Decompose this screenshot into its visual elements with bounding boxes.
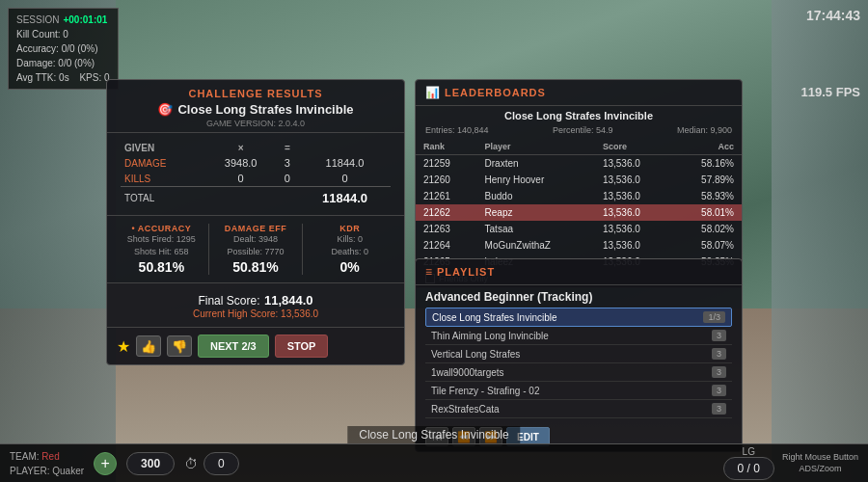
stop-button[interactable]: STOP <box>275 335 329 358</box>
game-version: GAME VERSION: 2.0.4.0 <box>117 119 394 128</box>
team-info: TEAM: Red <box>10 449 84 464</box>
playlist-item[interactable]: 1wall9000targets 3 <box>425 363 732 382</box>
ammo-section: LG 0 / 0 <box>723 446 774 480</box>
challenge-header: CHALLENGE RESULTS 🎯 Close Long Strafes I… <box>107 80 404 133</box>
team-name: Red <box>41 451 59 462</box>
damage-possible-label: Possible: 7770 <box>215 246 297 258</box>
playlist-panel: ≡ PLAYLIST Advanced Beginner (Tracking) … <box>415 258 743 452</box>
given-section: GIVEN × = DAMAGE 3948.0 3 11844.0 KILLS … <box>107 133 404 216</box>
thumb-down-button[interactable]: 👎 <box>167 335 192 357</box>
lb-percentile: Percentile: 54.9 <box>553 125 613 135</box>
accuracy-value: 50.81% <box>121 259 203 275</box>
final-score-value: 11,844.0 <box>264 293 313 308</box>
final-score-section: Final Score: 11,844.0 Current High Score… <box>107 283 404 328</box>
lb-col-header: Acc <box>672 139 742 155</box>
lb-header: 📊 LEADERBOARDS <box>416 80 742 106</box>
team-player-info: TEAM: Red PLAYER: Quaker <box>10 449 84 478</box>
add-button[interactable]: + <box>94 452 117 475</box>
controls-row: ★ 👍 👎 NEXT 2/3 STOP <box>107 328 404 364</box>
lb-entries: Entries: 140,844 <box>425 125 489 135</box>
lb-table: RankPlayerScoreAcc 21259 Draxten 13,536.… <box>416 139 742 270</box>
lb-challenge-name: Close Long Strafes Invincible <box>416 106 742 123</box>
lb-row[interactable]: 21262 Reapz 13,536.0 58.01% <box>416 204 742 221</box>
final-score-label: Final Score: <box>198 294 259 308</box>
lb-row[interactable]: 21264 MoGunZwithaZ 13,536.0 58.07% <box>416 237 742 254</box>
kdr-value: 0% <box>309 259 391 275</box>
player-name: Quaker <box>52 466 84 476</box>
lb-col-header: Score <box>595 139 672 155</box>
bg-wall-left <box>0 0 116 482</box>
current-high: Current High Score: 13,536.0 <box>121 308 391 319</box>
kdr-block: KDR Kills: 0 Deaths: 0 0% <box>303 224 396 275</box>
timer-icon: ⏱ <box>184 456 198 471</box>
lb-row[interactable]: 21260 Henry Hoover 13,536.0 57.89% <box>416 172 742 188</box>
timer-value: 0 <box>203 452 239 475</box>
playlist-item[interactable]: Tile Frenzy - Strafing - 02 3 <box>425 382 732 400</box>
challenge-name: Close Long Strafes Invincible <box>177 102 353 117</box>
deaths-label: Deaths: 0 <box>309 246 391 258</box>
bottom-title: Close Long Strafes Invincible <box>347 426 520 443</box>
challenge-name-row: 🎯 Close Long Strafes Invincible <box>117 102 394 117</box>
leaderboard-panel: 📊 LEADERBOARDS Close Long Strafes Invinc… <box>415 79 743 288</box>
playlist-item[interactable]: RexStrafesCata 3 <box>425 400 732 418</box>
given-table: GIVEN × = DAMAGE 3948.0 3 11844.0 KILLS … <box>121 141 391 207</box>
target-icon: 🎯 <box>157 102 173 117</box>
pl-header: ≡ PLAYLIST <box>416 259 742 285</box>
lb-col-header: Rank <box>416 139 477 155</box>
kdr-label: KDR <box>309 224 391 233</box>
col-mult: × <box>206 141 276 155</box>
lb-row[interactable]: 21261 Buddo 13,536.0 58.93% <box>416 188 742 204</box>
accuracy-block: • ACCURACY Shots Fired: 1295 Shots Hit: … <box>115 224 209 275</box>
timer-display: ⏱ 0 <box>184 452 239 475</box>
leaderboard-icon: 📊 <box>425 86 440 99</box>
playlist-name: Advanced Beginner (Tracking) <box>416 285 742 308</box>
pl-title: PLAYLIST <box>437 266 495 278</box>
shots-fired-label: Shots Fired: 1295 <box>121 233 203 246</box>
kills-label: Kills: 0 <box>309 233 391 246</box>
playlist-list: Close Long Strafes Invincible 1/3 Thin A… <box>416 308 742 418</box>
shots-hit-label: Shots Hit: 658 <box>121 246 203 258</box>
damage-eff-value: 50.81% <box>215 259 297 275</box>
accuracy-label: • ACCURACY <box>121 224 203 233</box>
total-row: TOTAL 11844.0 <box>121 187 391 208</box>
next-button[interactable]: NEXT 2/3 <box>198 335 269 358</box>
score-display: 300 <box>126 452 175 475</box>
col-eq: = <box>276 141 299 155</box>
stats-row: • ACCURACY Shots Fired: 1295 Shots Hit: … <box>107 216 404 283</box>
challenge-panel: CHALLENGE RESULTS 🎯 Close Long Strafes I… <box>106 79 405 365</box>
bg-wall-right <box>772 0 868 482</box>
damage-eff-block: DAMAGE EFF Dealt: 3948 Possible: 7770 50… <box>209 224 304 275</box>
lb-col-header: Player <box>477 139 595 155</box>
lb-meta: Entries: 140,844 Percentile: 54.9 Median… <box>416 123 742 139</box>
playlist-item[interactable]: Vertical Long Strafes 3 <box>425 345 732 363</box>
lb-row[interactable]: 21263 Tatsaa 13,536.0 58.02% <box>416 221 742 237</box>
lb-row[interactable]: 21259 Draxten 13,536.0 58.16% <box>416 155 742 173</box>
given-row: DAMAGE 3948.0 3 11844.0 <box>121 155 391 171</box>
damage-eff-label: DAMAGE EFF <box>215 224 297 233</box>
given-row: KILLS 0 0 0 <box>121 171 391 187</box>
bottom-bar: TEAM: Red PLAYER: Quaker + 300 ⏱ 0 LG 0 … <box>0 443 868 482</box>
playlist-item[interactable]: Close Long Strafes Invincible 1/3 <box>425 308 732 327</box>
lb-median: Median: 9,900 <box>677 125 732 135</box>
col-given: GIVEN <box>121 141 206 155</box>
thumb-up-button[interactable]: 👍 <box>136 335 161 357</box>
right-mouse-hint: Right Mouse Button ADS/Zoom <box>782 452 858 474</box>
playlist-item[interactable]: Thin Aiming Long Invincible 3 <box>425 327 732 345</box>
lb-title: LEADERBOARDS <box>445 87 546 98</box>
ammo-display: 0 / 0 <box>723 457 774 480</box>
player-info: PLAYER: Quaker <box>10 464 84 478</box>
challenge-title-label: CHALLENGE RESULTS <box>117 88 394 99</box>
star-icon[interactable]: ★ <box>117 337 130 356</box>
damage-dealt-label: Dealt: 3948 <box>215 233 297 246</box>
playlist-icon: ≡ <box>425 265 432 279</box>
